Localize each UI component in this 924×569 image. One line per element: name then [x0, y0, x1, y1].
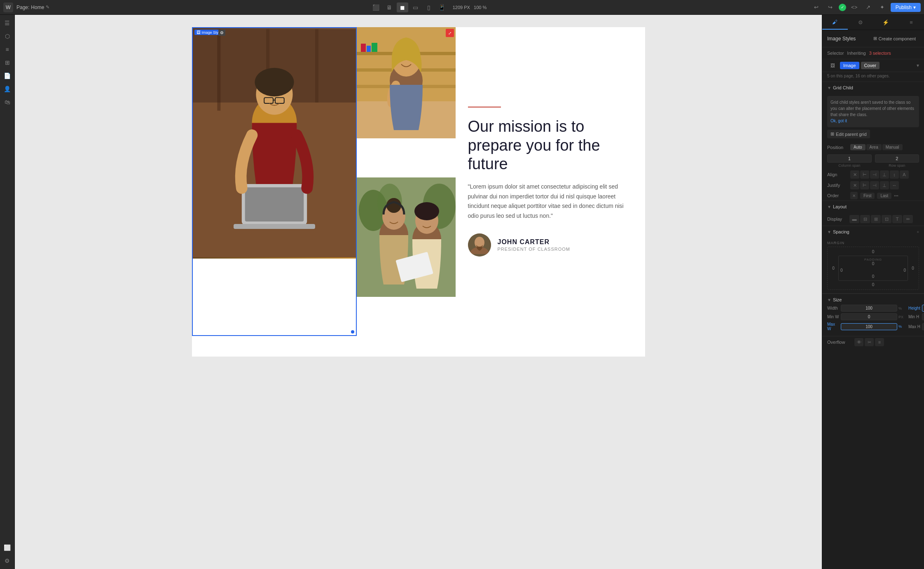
margin-right-value[interactable]: 0: [910, 266, 916, 271]
ai-btn[interactable]: ✦: [877, 2, 888, 13]
sidebar-item-users[interactable]: 👤: [2, 83, 13, 95]
padding-box: PADDING 0 0 0 0: [838, 256, 908, 281]
min-h-input[interactable]: [922, 313, 924, 320]
sidebar-item-pages[interactable]: 📄: [2, 70, 13, 82]
justify-row: Justify ✕ ⊢ ⊣ ⊥ ↔: [822, 180, 924, 191]
display-flex-btn[interactable]: ⊟: [860, 215, 870, 223]
justify-x-btn[interactable]: ✕: [850, 181, 859, 189]
sidebar-item-navigator[interactable]: ☰: [2, 17, 13, 29]
selector-tab-cover[interactable]: Cover: [861, 62, 880, 69]
justify-start-btn[interactable]: ⊢: [860, 181, 869, 189]
resize-handle[interactable]: [351, 330, 354, 333]
size-header[interactable]: ▼ Size: [827, 297, 919, 302]
canvas-area[interactable]: 🖼 Image Styles ⚙: [15, 15, 822, 569]
max-h-input[interactable]: [922, 323, 924, 330]
align-stretch-btn[interactable]: ↕: [890, 170, 899, 179]
spacing-header[interactable]: ▼ Spacing +: [822, 226, 924, 238]
column-span-input[interactable]: [827, 154, 872, 163]
sidebar-item-shop[interactable]: 🛍: [2, 96, 13, 108]
position-tab-auto[interactable]: Auto: [850, 144, 866, 150]
grid-info-link[interactable]: Ok, got it: [830, 119, 847, 123]
align-x-btn[interactable]: ✕: [850, 170, 859, 179]
row-span-label: Row span: [875, 163, 919, 168]
min-h-label: Min H: [908, 315, 921, 319]
align-start-btn[interactable]: ⊢: [860, 170, 869, 179]
panel-tab-interactions[interactable]: ⚡: [873, 15, 899, 30]
device-desktop-btn[interactable]: 🖥: [384, 2, 395, 12]
justify-end-btn[interactable]: ⊥: [880, 181, 889, 189]
device-mobile-btn[interactable]: 📱: [436, 2, 448, 12]
image-settings-icon[interactable]: ⚙: [218, 30, 225, 36]
order-last-btn[interactable]: Last: [877, 193, 891, 199]
height-input[interactable]: [922, 305, 924, 312]
justify-center-btn[interactable]: ⊣: [870, 181, 879, 189]
page-status-icon: ✎: [46, 5, 49, 10]
justify-stretch-btn[interactable]: ↔: [890, 181, 899, 189]
overflow-visible-btn[interactable]: 👁: [854, 338, 863, 346]
width-unit: %: [898, 306, 905, 310]
device-tablet-portrait-btn[interactable]: ◼: [397, 2, 408, 12]
display-custom-btn[interactable]: ✏: [903, 215, 913, 223]
margin-bottom-value[interactable]: 0: [830, 282, 916, 287]
display-none-btn[interactable]: ⊡: [882, 215, 891, 223]
panel-tab-styles[interactable]: 🖌: [822, 15, 848, 30]
edit-parent-grid-button[interactable]: ⊞ Edit parent grid: [827, 130, 870, 138]
sidebar-item-styles[interactable]: ≡: [2, 44, 13, 55]
spacing-add-btn[interactable]: +: [917, 230, 919, 234]
panel-tab-settings[interactable]: ⚙: [848, 15, 873, 30]
overflow-hidden-btn[interactable]: ✂: [865, 338, 874, 346]
margin-label: MARGIN: [827, 241, 919, 245]
padding-left-value[interactable]: 0: [840, 268, 843, 273]
max-h-label: Max H: [908, 324, 921, 329]
sidebar-item-assets[interactable]: ⊞: [2, 57, 13, 68]
selector-dropdown[interactable]: ▾: [917, 63, 919, 68]
row-span-input[interactable]: [875, 154, 919, 163]
order-more-btn[interactable]: •••: [894, 194, 898, 198]
device-desktop-xl-btn[interactable]: ⬛: [370, 2, 382, 12]
sidebar-item-modules[interactable]: ⬜: [2, 542, 13, 553]
create-component-button[interactable]: ⊞ Create component: [870, 34, 919, 43]
margin-left-value[interactable]: 0: [830, 266, 837, 271]
width-input[interactable]: [841, 305, 897, 312]
image-top-right[interactable]: ⤢: [357, 27, 456, 138]
text-content-area: Our mission is to prepare you for the fu…: [456, 27, 645, 336]
align-buttons: ✕ ⊢ ⊣ ⊥ ↕ A: [850, 170, 909, 179]
display-grid-btn[interactable]: ⊞: [871, 215, 881, 223]
padding-bottom-value[interactable]: 0: [840, 274, 906, 279]
export-btn[interactable]: ↗: [863, 2, 874, 13]
code-view-btn[interactable]: <>: [849, 2, 860, 13]
redo-btn[interactable]: ↪: [825, 2, 836, 13]
size-title: Size: [833, 297, 842, 302]
padding-top-value[interactable]: 0: [840, 261, 906, 266]
layout-header[interactable]: ▼ Layout: [822, 201, 924, 212]
device-tablet-btn[interactable]: ▭: [410, 2, 421, 12]
max-w-input[interactable]: [841, 323, 897, 330]
order-first-btn[interactable]: First: [860, 193, 875, 199]
padding-right-value[interactable]: 0: [903, 268, 906, 273]
align-baseline-btn[interactable]: A: [900, 170, 909, 179]
sidebar-item-settings[interactable]: ⚙: [2, 555, 13, 567]
margin-top-value[interactable]: 0: [830, 250, 916, 254]
panel-tab-custom[interactable]: ≡: [898, 15, 924, 30]
publish-button[interactable]: Publish ▾: [891, 3, 921, 12]
order-x-btn[interactable]: ✕: [850, 192, 858, 199]
display-block-btn[interactable]: ▬: [849, 215, 859, 223]
align-end-btn[interactable]: ⊥: [880, 170, 889, 179]
expand-icon[interactable]: ⤢: [446, 29, 454, 37]
display-text-btn[interactable]: T: [892, 215, 902, 223]
device-mobile-l-btn[interactable]: ▯: [423, 2, 435, 12]
selector-count[interactable]: 3 selectors: [869, 51, 891, 56]
min-w-input[interactable]: [841, 313, 897, 320]
selector-tab-icon[interactable]: 🖼: [827, 62, 838, 69]
align-center-btn[interactable]: ⊣: [870, 170, 879, 179]
undo-btn[interactable]: ↩: [811, 2, 822, 13]
sidebar-item-components[interactable]: ⬡: [2, 30, 13, 42]
image-bottom-right[interactable]: [357, 177, 456, 297]
selector-tab-image[interactable]: Image: [840, 62, 859, 69]
position-tab-area[interactable]: Area: [866, 144, 882, 150]
overflow-scroll-btn[interactable]: ≡: [875, 338, 884, 346]
size-section: ▼ Size Width % Height % Min W: [822, 294, 924, 336]
image-large-selected[interactable]: 🖼 Image Styles ⚙: [192, 27, 357, 336]
position-tab-manual[interactable]: Manual: [882, 144, 903, 150]
grid-child-header[interactable]: ▼ Grid Child: [822, 82, 924, 93]
